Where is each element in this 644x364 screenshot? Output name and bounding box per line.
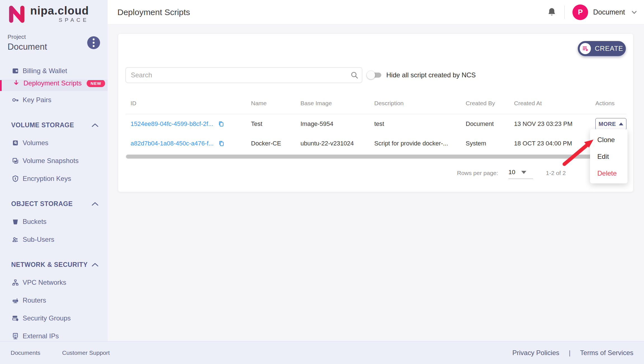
column-header-id: ID	[126, 100, 251, 107]
sidebar-item-label: Volumes	[23, 139, 48, 147]
sidebar-item-deployment-scripts[interactable]: Deployment Scripts NEW	[0, 80, 108, 91]
sidebar-item-label: Security Groups	[23, 314, 71, 322]
sidebar-item-vpc-networks[interactable]: VPC Networks	[0, 274, 108, 291]
sidebar-item-encryption-keys[interactable]: Encryption Keys	[0, 170, 108, 188]
network-tree-icon	[12, 279, 19, 286]
bucket-icon	[12, 218, 19, 225]
horizontal-scrollbar	[126, 154, 626, 159]
sidebar-item-label: Buckets	[23, 218, 46, 226]
notifications-bell-icon[interactable]	[547, 7, 557, 17]
brand-logo[interactable]: nipa.cloud SPACE	[0, 0, 108, 26]
page-title: Deployment Scripts	[117, 8, 190, 17]
table-row: 1524ee89-04fc-4599-b8cf-2f... Test Image…	[126, 114, 626, 134]
footer-link-documents[interactable]: Documents	[11, 349, 40, 356]
playlist-add-icon	[580, 43, 591, 54]
sidebar-item-label: Volume Snapshots	[23, 157, 79, 165]
sidebar-item-key-pairs[interactable]: Key Pairs	[0, 91, 108, 109]
sidebar-item-billing-wallet[interactable]: Billing & Wallet	[0, 62, 108, 80]
sidebar: nipa.cloud SPACE Project Document Billin…	[0, 0, 108, 341]
chevron-down-icon[interactable]	[631, 9, 637, 15]
project-menu-button[interactable]	[87, 36, 100, 49]
sidebar-item-label: Billing & Wallet	[23, 67, 67, 75]
chevron-up-icon	[91, 202, 99, 206]
table-header-row: ID Name Base Image Description Created B…	[126, 92, 626, 114]
user-avatar[interactable]: P	[572, 4, 588, 20]
triangle-up-icon	[619, 123, 623, 125]
search-input[interactable]	[126, 67, 362, 83]
cell-created-at: 18 OCT 23 04:00 PM	[514, 140, 595, 147]
sidebar-item-label: Routers	[23, 296, 46, 304]
footer-link-privacy-policies[interactable]: Privacy Policies	[512, 349, 559, 357]
hard-drive-icon	[12, 139, 19, 147]
menu-item-clone[interactable]: Clone	[590, 131, 628, 148]
sidebar-item-label: External IPs	[23, 332, 59, 340]
copy-icon[interactable]	[218, 140, 225, 147]
rows-per-page-value: 10	[508, 169, 515, 176]
sidebar-item-security-groups[interactable]: Security Groups	[0, 309, 108, 327]
sidebar-nav: Billing & Wallet Deployment Scripts NEW …	[0, 62, 108, 345]
server-shield-icon	[12, 315, 19, 322]
key-icon	[12, 96, 19, 104]
sidebar-item-volumes[interactable]: Volumes	[0, 134, 108, 152]
rows-per-page-select[interactable]: 10	[508, 167, 534, 179]
sidebar-item-sub-users[interactable]: Sub-Users	[0, 231, 108, 248]
cell-description: test	[374, 120, 466, 128]
sidebar-item-volume-snapshots[interactable]: Volume Snapshots	[0, 152, 108, 170]
scripts-table: ID Name Base Image Description Created B…	[126, 92, 626, 153]
actions-dropdown-menu: Clone Edit Delete	[590, 129, 628, 183]
sidebar-section-volume-storage[interactable]: VOLUME STORAGE	[0, 116, 108, 134]
sidebar-item-label: Key Pairs	[23, 96, 51, 104]
avatar-initial: P	[578, 8, 583, 16]
footer-separator: |	[569, 349, 570, 357]
cell-base-image: Image-5954	[300, 120, 374, 128]
column-header-name: Name	[251, 100, 300, 107]
column-header-created-at: Created At	[514, 100, 595, 107]
triangle-down-icon	[521, 171, 526, 174]
wallet-icon	[12, 67, 19, 75]
external-ip-icon: IP	[12, 332, 19, 340]
sidebar-section-object-storage[interactable]: OBJECT STORAGE	[0, 195, 108, 213]
cell-description: Script for provide docker-...	[374, 140, 466, 147]
script-id-link[interactable]: 1524ee89-04fc-4599-b8cf-2f...	[131, 120, 213, 128]
footer-link-customer-support[interactable]: Customer Support	[62, 349, 110, 356]
cell-base-image: ubuntu-22-v231024	[300, 140, 374, 147]
section-title-label: NETWORK & SECURITY	[11, 261, 88, 269]
sidebar-section-network-security[interactable]: NETWORK & SECURITY	[0, 256, 108, 274]
new-badge: NEW	[87, 80, 105, 87]
menu-item-edit[interactable]: Edit	[590, 148, 628, 165]
search-box	[126, 67, 362, 83]
search-icon[interactable]	[351, 71, 358, 79]
rows-per-page-label: Rows per page:	[457, 170, 498, 176]
users-icon	[12, 236, 19, 243]
footer: Documents Customer Support Privacy Polic…	[0, 341, 644, 364]
kebab-menu-icon	[93, 38, 95, 47]
top-header: Deployment Scripts P Document	[108, 0, 644, 25]
sidebar-item-label: Sub-Users	[23, 236, 54, 243]
copy-icon[interactable]	[218, 121, 224, 127]
more-button-label: MORE	[599, 121, 616, 127]
sidebar-item-buckets[interactable]: Buckets	[0, 213, 108, 231]
menu-item-delete[interactable]: Delete	[590, 165, 628, 182]
toggle-thumb	[367, 71, 375, 79]
pagination-range: 1-2 of 2	[546, 170, 566, 176]
footer-link-terms-of-services[interactable]: Terms of Services	[580, 349, 633, 357]
scrollbar-thumb[interactable]	[126, 155, 625, 159]
router-icon	[12, 297, 19, 304]
sidebar-item-routers[interactable]: Routers	[0, 291, 108, 309]
script-id-link[interactable]: a82d7b04-1a08-450c-a476-f...	[131, 140, 214, 147]
cell-created-by: System	[466, 140, 514, 147]
hide-ncs-toggle[interactable]	[368, 72, 381, 78]
sidebar-item-label: VPC Networks	[23, 279, 66, 286]
create-button-label: CREATE	[595, 45, 623, 52]
more-actions-button[interactable]: MORE	[595, 118, 626, 130]
sidebar-item-label: Encryption Keys	[23, 175, 71, 183]
chevron-up-icon	[91, 123, 99, 127]
project-block: Project Document	[0, 26, 108, 52]
header-divider	[564, 6, 565, 19]
column-header-base-image: Base Image	[300, 100, 374, 107]
create-button[interactable]: CREATE	[578, 41, 626, 56]
svg-text:IP: IP	[14, 334, 16, 337]
chevron-up-icon	[91, 262, 99, 267]
snapshot-icon	[12, 157, 19, 164]
shield-key-icon	[12, 175, 19, 182]
